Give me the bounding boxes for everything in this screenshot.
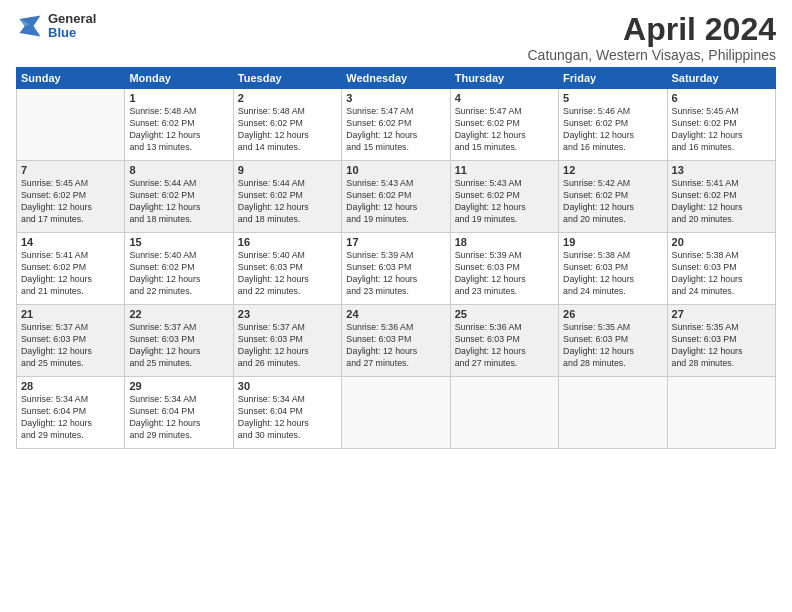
day-info: Sunrise: 5:39 AM Sunset: 6:03 PM Dayligh…	[455, 250, 554, 298]
day-info: Sunrise: 5:44 AM Sunset: 6:02 PM Dayligh…	[238, 178, 337, 226]
day-info: Sunrise: 5:37 AM Sunset: 6:03 PM Dayligh…	[238, 322, 337, 370]
day-info: Sunrise: 5:43 AM Sunset: 6:02 PM Dayligh…	[455, 178, 554, 226]
day-number: 25	[455, 308, 554, 320]
calendar-week-row: 21Sunrise: 5:37 AM Sunset: 6:03 PM Dayli…	[17, 305, 776, 377]
logo-text: General Blue	[48, 12, 96, 41]
day-number: 20	[672, 236, 771, 248]
table-row	[450, 377, 558, 449]
day-info: Sunrise: 5:41 AM Sunset: 6:02 PM Dayligh…	[672, 178, 771, 226]
day-number: 4	[455, 92, 554, 104]
table-row	[667, 377, 775, 449]
day-number: 11	[455, 164, 554, 176]
day-number: 18	[455, 236, 554, 248]
day-number: 5	[563, 92, 662, 104]
day-info: Sunrise: 5:39 AM Sunset: 6:03 PM Dayligh…	[346, 250, 445, 298]
col-monday: Monday	[125, 68, 233, 89]
day-number: 28	[21, 380, 120, 392]
table-row	[17, 89, 125, 161]
table-row: 21Sunrise: 5:37 AM Sunset: 6:03 PM Dayli…	[17, 305, 125, 377]
table-row: 19Sunrise: 5:38 AM Sunset: 6:03 PM Dayli…	[559, 233, 667, 305]
day-info: Sunrise: 5:36 AM Sunset: 6:03 PM Dayligh…	[346, 322, 445, 370]
day-number: 29	[129, 380, 228, 392]
day-number: 22	[129, 308, 228, 320]
day-info: Sunrise: 5:45 AM Sunset: 6:02 PM Dayligh…	[672, 106, 771, 154]
day-info: Sunrise: 5:48 AM Sunset: 6:02 PM Dayligh…	[129, 106, 228, 154]
day-info: Sunrise: 5:37 AM Sunset: 6:03 PM Dayligh…	[129, 322, 228, 370]
table-row: 26Sunrise: 5:35 AM Sunset: 6:03 PM Dayli…	[559, 305, 667, 377]
day-number: 10	[346, 164, 445, 176]
logo-blue-text: Blue	[48, 26, 96, 40]
day-info: Sunrise: 5:47 AM Sunset: 6:02 PM Dayligh…	[455, 106, 554, 154]
logo-icon	[16, 12, 44, 40]
logo-general-text: General	[48, 12, 96, 26]
table-row: 7Sunrise: 5:45 AM Sunset: 6:02 PM Daylig…	[17, 161, 125, 233]
table-row: 10Sunrise: 5:43 AM Sunset: 6:02 PM Dayli…	[342, 161, 450, 233]
calendar-week-row: 7Sunrise: 5:45 AM Sunset: 6:02 PM Daylig…	[17, 161, 776, 233]
day-info: Sunrise: 5:46 AM Sunset: 6:02 PM Dayligh…	[563, 106, 662, 154]
col-thursday: Thursday	[450, 68, 558, 89]
day-info: Sunrise: 5:35 AM Sunset: 6:03 PM Dayligh…	[672, 322, 771, 370]
day-number: 27	[672, 308, 771, 320]
day-number: 15	[129, 236, 228, 248]
col-friday: Friday	[559, 68, 667, 89]
day-info: Sunrise: 5:37 AM Sunset: 6:03 PM Dayligh…	[21, 322, 120, 370]
day-number: 24	[346, 308, 445, 320]
header: General Blue April 2024 Catungan, Wester…	[16, 12, 776, 63]
table-row: 11Sunrise: 5:43 AM Sunset: 6:02 PM Dayli…	[450, 161, 558, 233]
table-row: 13Sunrise: 5:41 AM Sunset: 6:02 PM Dayli…	[667, 161, 775, 233]
calendar-week-row: 1Sunrise: 5:48 AM Sunset: 6:02 PM Daylig…	[17, 89, 776, 161]
table-row: 8Sunrise: 5:44 AM Sunset: 6:02 PM Daylig…	[125, 161, 233, 233]
table-row: 27Sunrise: 5:35 AM Sunset: 6:03 PM Dayli…	[667, 305, 775, 377]
table-row: 4Sunrise: 5:47 AM Sunset: 6:02 PM Daylig…	[450, 89, 558, 161]
table-row: 15Sunrise: 5:40 AM Sunset: 6:02 PM Dayli…	[125, 233, 233, 305]
day-number: 17	[346, 236, 445, 248]
day-info: Sunrise: 5:34 AM Sunset: 6:04 PM Dayligh…	[21, 394, 120, 442]
logo: General Blue	[16, 12, 96, 41]
day-number: 2	[238, 92, 337, 104]
day-info: Sunrise: 5:34 AM Sunset: 6:04 PM Dayligh…	[129, 394, 228, 442]
table-row: 28Sunrise: 5:34 AM Sunset: 6:04 PM Dayli…	[17, 377, 125, 449]
day-info: Sunrise: 5:45 AM Sunset: 6:02 PM Dayligh…	[21, 178, 120, 226]
table-row: 2Sunrise: 5:48 AM Sunset: 6:02 PM Daylig…	[233, 89, 341, 161]
main-title: April 2024	[527, 12, 776, 47]
table-row: 16Sunrise: 5:40 AM Sunset: 6:03 PM Dayli…	[233, 233, 341, 305]
page: General Blue April 2024 Catungan, Wester…	[0, 0, 792, 612]
day-info: Sunrise: 5:40 AM Sunset: 6:02 PM Dayligh…	[129, 250, 228, 298]
table-row: 17Sunrise: 5:39 AM Sunset: 6:03 PM Dayli…	[342, 233, 450, 305]
day-info: Sunrise: 5:38 AM Sunset: 6:03 PM Dayligh…	[672, 250, 771, 298]
svg-marker-1	[20, 16, 41, 37]
day-number: 19	[563, 236, 662, 248]
col-saturday: Saturday	[667, 68, 775, 89]
subtitle: Catungan, Western Visayas, Philippines	[527, 47, 776, 63]
day-number: 9	[238, 164, 337, 176]
day-info: Sunrise: 5:36 AM Sunset: 6:03 PM Dayligh…	[455, 322, 554, 370]
calendar-table: Sunday Monday Tuesday Wednesday Thursday…	[16, 67, 776, 449]
day-info: Sunrise: 5:38 AM Sunset: 6:03 PM Dayligh…	[563, 250, 662, 298]
day-number: 16	[238, 236, 337, 248]
day-info: Sunrise: 5:42 AM Sunset: 6:02 PM Dayligh…	[563, 178, 662, 226]
col-tuesday: Tuesday	[233, 68, 341, 89]
table-row: 6Sunrise: 5:45 AM Sunset: 6:02 PM Daylig…	[667, 89, 775, 161]
table-row: 25Sunrise: 5:36 AM Sunset: 6:03 PM Dayli…	[450, 305, 558, 377]
day-number: 23	[238, 308, 337, 320]
day-number: 7	[21, 164, 120, 176]
day-number: 26	[563, 308, 662, 320]
day-info: Sunrise: 5:47 AM Sunset: 6:02 PM Dayligh…	[346, 106, 445, 154]
table-row: 23Sunrise: 5:37 AM Sunset: 6:03 PM Dayli…	[233, 305, 341, 377]
day-number: 30	[238, 380, 337, 392]
table-row: 1Sunrise: 5:48 AM Sunset: 6:02 PM Daylig…	[125, 89, 233, 161]
day-number: 3	[346, 92, 445, 104]
col-sunday: Sunday	[17, 68, 125, 89]
calendar-week-row: 14Sunrise: 5:41 AM Sunset: 6:02 PM Dayli…	[17, 233, 776, 305]
day-info: Sunrise: 5:40 AM Sunset: 6:03 PM Dayligh…	[238, 250, 337, 298]
table-row: 12Sunrise: 5:42 AM Sunset: 6:02 PM Dayli…	[559, 161, 667, 233]
table-row: 3Sunrise: 5:47 AM Sunset: 6:02 PM Daylig…	[342, 89, 450, 161]
day-number: 8	[129, 164, 228, 176]
table-row: 5Sunrise: 5:46 AM Sunset: 6:02 PM Daylig…	[559, 89, 667, 161]
table-row: 22Sunrise: 5:37 AM Sunset: 6:03 PM Dayli…	[125, 305, 233, 377]
day-info: Sunrise: 5:43 AM Sunset: 6:02 PM Dayligh…	[346, 178, 445, 226]
day-info: Sunrise: 5:48 AM Sunset: 6:02 PM Dayligh…	[238, 106, 337, 154]
table-row	[559, 377, 667, 449]
table-row: 18Sunrise: 5:39 AM Sunset: 6:03 PM Dayli…	[450, 233, 558, 305]
day-info: Sunrise: 5:44 AM Sunset: 6:02 PM Dayligh…	[129, 178, 228, 226]
